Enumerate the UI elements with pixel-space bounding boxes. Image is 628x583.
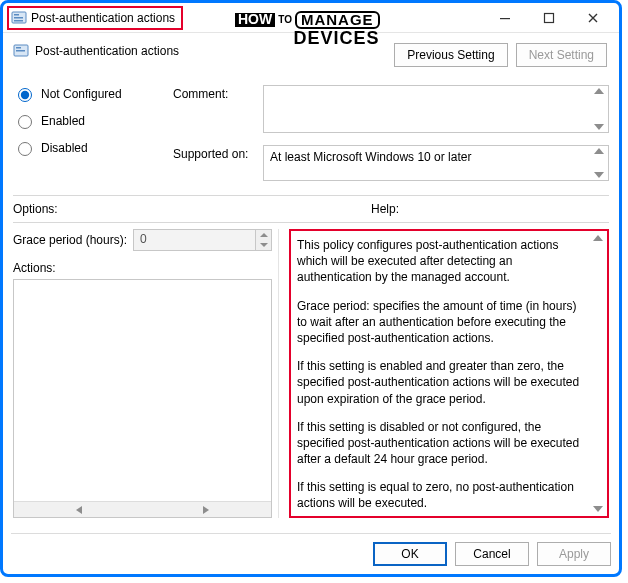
comment-label: Comment: [173,85,263,101]
scroll-down-icon[interactable] [594,172,604,178]
svg-rect-5 [545,13,554,22]
svg-rect-1 [14,14,19,16]
grace-period-label: Grace period (hours): [13,233,127,247]
dialog-body: Post-authentication actions Previous Set… [3,33,619,518]
help-paragraph: If this setting is enabled and greater t… [297,358,589,407]
supported-field: At least Microsoft Windows 10 or later [263,145,609,181]
radio-disabled[interactable]: Disabled [13,139,173,156]
close-button[interactable] [571,4,615,32]
previous-setting-button[interactable]: Previous Setting [394,43,507,67]
scroll-right-icon[interactable] [203,506,209,514]
actions-dropdown[interactable] [13,279,272,518]
actions-label: Actions: [13,261,272,275]
svg-rect-8 [16,50,25,52]
grace-period-spinner[interactable] [255,230,271,250]
header-row: Post-authentication actions Previous Set… [13,39,609,67]
help-heading: Help: [371,202,399,216]
policy-name: Post-authentication actions [35,44,179,58]
maximize-button[interactable] [527,4,571,32]
svg-rect-2 [14,17,23,19]
cancel-button[interactable]: Cancel [455,542,529,566]
svg-rect-4 [500,18,510,19]
help-scrollbar[interactable] [591,235,605,512]
next-setting-button[interactable]: Next Setting [516,43,607,67]
supported-value: At least Microsoft Windows 10 or later [270,150,471,164]
svg-rect-7 [16,47,21,49]
scroll-left-icon[interactable] [76,506,82,514]
help-paragraph: Grace period: specifies the amount of ti… [297,298,589,347]
radio-not-configured-input[interactable] [18,88,32,102]
state-radios: Not Configured Enabled Disabled [13,85,173,181]
supported-label: Supported on: [173,145,263,161]
options-heading: Options: [13,202,58,216]
spinner-up-icon[interactable] [260,233,268,237]
scroll-up-icon[interactable] [594,148,604,154]
scroll-up-icon[interactable] [594,88,604,94]
help-paragraph: If this setting is disabled or not confi… [297,419,589,468]
radio-not-configured[interactable]: Not Configured [13,85,173,102]
scroll-up-icon[interactable] [593,235,603,241]
horizontal-scrollbar[interactable] [14,501,271,517]
radio-enabled-input[interactable] [18,115,32,129]
spinner-down-icon[interactable] [260,243,268,247]
minimize-button[interactable] [483,4,527,32]
radio-disabled-label: Disabled [41,141,88,155]
titlebar: Post-authentication actions [3,3,619,33]
window-title: Post-authentication actions [31,11,175,25]
policy-small-icon [13,43,29,59]
dialog-footer: OK Cancel Apply [11,533,611,566]
scroll-down-icon[interactable] [594,124,604,130]
help-paragraph: This policy configures post-authenticati… [297,237,589,286]
help-pane: This policy configures post-authenticati… [289,229,609,518]
radio-disabled-input[interactable] [18,142,32,156]
radio-enabled[interactable]: Enabled [13,112,173,129]
titlebar-title-group: Post-authentication actions [7,6,183,30]
grace-period-field[interactable]: 0 [133,229,272,251]
options-pane: Grace period (hours): 0 Actions: [13,229,279,518]
help-paragraph: If this setting is equal to zero, no pos… [297,479,589,511]
comment-field[interactable] [263,85,609,133]
policy-heading: Post-authentication actions [13,39,179,59]
radio-enabled-label: Enabled [41,114,85,128]
radio-not-configured-label: Not Configured [41,87,122,101]
ok-button[interactable]: OK [373,542,447,566]
policy-dialog: Post-authentication actions Post-authent… [0,0,622,577]
grace-period-value: 0 [134,230,255,250]
svg-rect-3 [14,20,23,22]
scroll-down-icon[interactable] [593,506,603,512]
apply-button[interactable]: Apply [537,542,611,566]
policy-icon [11,10,27,26]
help-text[interactable]: This policy configures post-authenticati… [297,237,603,516]
